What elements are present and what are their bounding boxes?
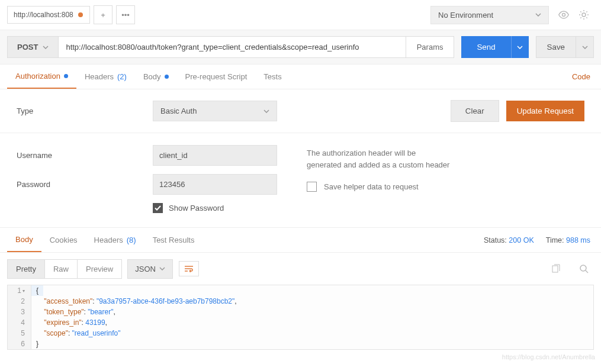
environment-label: No Environment — [438, 11, 493, 20]
more-tabs-button[interactable]: ••• — [116, 5, 135, 24]
copy-icon — [551, 264, 560, 273]
time-value: 988 ms — [566, 236, 590, 244]
tab-tests[interactable]: Tests — [255, 65, 290, 88]
response-tab-headers[interactable]: Headers (8) — [86, 228, 144, 252]
code-line: "access_token": "9a3a7957-abce-436f-be93… — [31, 296, 242, 307]
code-link[interactable]: Code — [568, 65, 594, 88]
unsaved-dot-icon — [78, 12, 83, 17]
code-line: "token_type": "bearer", — [31, 307, 120, 317]
chevron-down-icon — [517, 46, 523, 49]
chevron-down-icon — [263, 109, 269, 113]
check-icon — [155, 205, 161, 211]
auth-info-line2: generated and added as a custom header — [307, 159, 449, 171]
auth-type-label: Type — [17, 107, 153, 115]
code-line: } — [31, 339, 43, 349]
view-pretty[interactable]: Pretty — [7, 259, 45, 279]
gear-icon — [578, 9, 589, 20]
svg-point-0 — [563, 14, 565, 17]
svg-point-3 — [580, 265, 586, 271]
time-block: Time: 988 ms — [546, 236, 590, 244]
chevron-down-icon — [43, 46, 49, 49]
code-line: "expires_in": 43199, — [31, 317, 112, 328]
tab-authorization[interactable]: Authorization — [7, 65, 76, 89]
method-select[interactable]: POST — [7, 36, 59, 58]
format-select[interactable]: JSON — [127, 259, 173, 279]
copy-button[interactable] — [545, 259, 565, 279]
svg-point-1 — [582, 13, 586, 17]
response-tab-body[interactable]: Body — [7, 228, 41, 252]
save-button[interactable]: Save — [536, 36, 576, 58]
send-button[interactable]: Send — [461, 36, 510, 58]
chevron-down-icon — [535, 13, 541, 17]
response-body-viewer: 1 ▾{ 2 "access_token": "9a3a7957-abce-43… — [7, 285, 594, 350]
status-block: Status: 200 OK — [484, 236, 534, 244]
view-preview[interactable]: Preview — [77, 259, 122, 279]
chevron-down-icon — [582, 46, 588, 49]
password-label: Password — [17, 180, 153, 189]
auth-info-line1: The authorization header will be — [307, 147, 449, 159]
send-dropdown[interactable] — [511, 36, 529, 58]
env-preview-button[interactable] — [554, 5, 574, 25]
code-line: "scope": "read_userinfo" — [31, 328, 125, 339]
show-password-label: Show Password — [169, 204, 224, 212]
password-input[interactable] — [153, 174, 277, 195]
tab-prerequest[interactable]: Pre-request Script — [177, 65, 256, 88]
save-helper-checkbox[interactable] — [307, 182, 317, 192]
save-helper-label: Save helper data to request — [324, 181, 419, 193]
show-password-checkbox[interactable] — [153, 203, 163, 213]
plus-icon: + — [101, 11, 105, 20]
auth-type-select[interactable]: Basic Auth — [153, 101, 277, 121]
url-input[interactable] — [59, 36, 406, 58]
update-request-button[interactable]: Update Request — [506, 101, 584, 121]
ellipsis-icon: ••• — [121, 11, 130, 20]
settings-button[interactable] — [574, 5, 594, 25]
svg-rect-2 — [552, 266, 558, 272]
params-button[interactable]: Params — [406, 36, 455, 58]
username-input[interactable] — [153, 145, 277, 166]
save-dropdown[interactable] — [576, 36, 594, 58]
tab-title: http://localhost:808 — [14, 11, 73, 19]
search-button[interactable] — [574, 259, 594, 279]
request-tab[interactable]: http://localhost:808 — [7, 6, 90, 24]
code-line: { — [31, 285, 43, 296]
status-value: 200 OK — [509, 236, 533, 244]
new-tab-button[interactable]: + — [94, 5, 113, 24]
search-icon — [579, 264, 589, 273]
tab-body[interactable]: Body — [135, 65, 177, 88]
tab-headers[interactable]: Headers (2) — [76, 65, 135, 88]
username-label: Username — [17, 151, 153, 160]
response-tab-cookies[interactable]: Cookies — [41, 228, 86, 252]
response-tab-test-results[interactable]: Test Results — [144, 228, 203, 252]
clear-button[interactable]: Clear — [451, 100, 499, 122]
environment-select[interactable]: No Environment — [430, 6, 549, 24]
wrap-icon — [184, 265, 194, 272]
chevron-down-icon — [159, 267, 165, 270]
view-raw[interactable]: Raw — [44, 259, 78, 279]
modified-dot-icon — [64, 74, 68, 78]
modified-dot-icon — [165, 75, 169, 79]
wrap-button[interactable] — [179, 261, 199, 276]
eye-icon — [558, 11, 570, 19]
method-label: POST — [17, 43, 38, 51]
